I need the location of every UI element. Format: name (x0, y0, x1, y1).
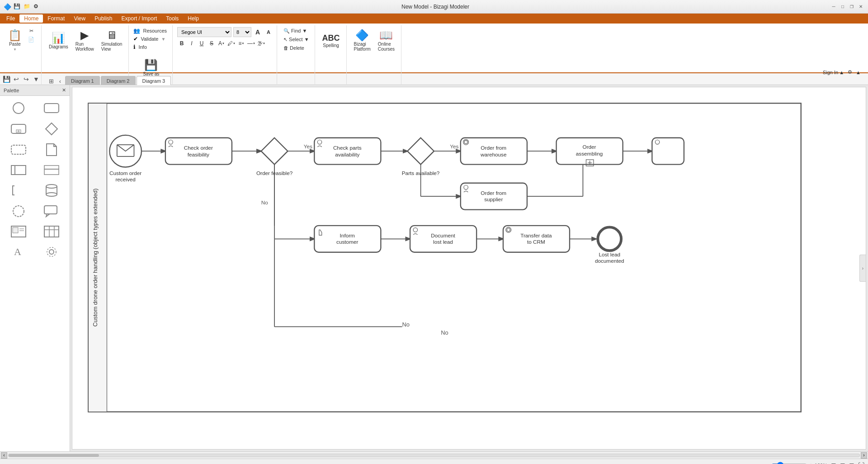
simulation-view-btn[interactable]: 🖥 SimulationView (99, 27, 125, 54)
zoom-out-btn[interactable]: − (765, 462, 769, 464)
restore-btn[interactable]: ❐ (848, 3, 855, 10)
status-right: − + 100% ⊡ ⊞ ⊠ ⛶ (765, 462, 864, 464)
palette-header: Palette ✕ (0, 85, 70, 96)
menu-publish[interactable]: Publish (90, 14, 117, 23)
online-courses-btn[interactable]: 📖 OnlineCourses (375, 27, 397, 54)
zoom-level: 100% (815, 463, 827, 464)
svg-rect-11 (44, 166, 59, 169)
menu-export-import[interactable]: Export / Import (117, 14, 162, 23)
reset-zoom-btn[interactable]: ⊠ (849, 462, 854, 464)
delete-btn[interactable]: 🗑 Delete (282, 44, 306, 52)
resources-btn[interactable]: Resources (141, 27, 169, 34)
select-btn[interactable]: ↖ Select ▼ (282, 36, 311, 43)
italic-btn[interactable]: I (187, 39, 196, 48)
toolbar-undo-btn[interactable]: ↩ (12, 75, 21, 84)
palette-close-btn[interactable]: ✕ (62, 87, 66, 93)
svg-text:customer: customer (336, 239, 358, 245)
scrollbar-track[interactable] (8, 454, 860, 457)
svg-text:supplier: supplier (484, 196, 503, 202)
zoom-control: − + 100% (765, 462, 827, 464)
run-workflow-btn[interactable]: ▶ RunWorkflow (73, 27, 97, 54)
palette-text[interactable]: A (4, 243, 33, 260)
bizagi-platform-btn[interactable]: 🔷 BizagiPlatform (351, 27, 373, 54)
underline-btn[interactable]: U (197, 39, 206, 48)
svg-point-29 (47, 247, 56, 256)
shadow-btn[interactable]: 🌫▼ (257, 39, 266, 48)
align-btn[interactable]: ≡▼ (237, 39, 246, 48)
svg-marker-6 (46, 123, 57, 135)
palette-start-event[interactable] (4, 99, 33, 117)
tab-grid-icon[interactable]: ⊞ (47, 77, 55, 85)
settings-icon[interactable]: ⚙ (33, 3, 41, 10)
fullscreen-btn[interactable]: ⛶ (858, 462, 864, 464)
palette-sub-process[interactable] (4, 120, 33, 137)
menu-view[interactable]: View (69, 14, 90, 23)
folder-icon[interactable]: 📁 (24, 3, 31, 10)
menu-format[interactable]: Format (43, 14, 69, 23)
palette-task[interactable] (37, 99, 66, 117)
tab-back-btn[interactable]: ‹ (56, 77, 64, 85)
zoom-slider[interactable] (771, 462, 807, 464)
font-grow-btn[interactable]: A (253, 28, 262, 37)
palette-cylinder[interactable] (37, 182, 66, 199)
palette-data-object[interactable] (37, 141, 66, 158)
fit-width-btn[interactable]: ⊞ (840, 462, 845, 464)
font-color-btn[interactable]: A▼ (217, 39, 226, 48)
info-btn[interactable]: Info (137, 43, 148, 51)
menu-tools[interactable]: Tools (161, 14, 183, 23)
right-panel-toggle[interactable]: › (859, 255, 866, 282)
validate-btn[interactable]: Validate (139, 35, 160, 43)
spelling-btn[interactable]: ABC Spelling (320, 27, 343, 54)
menu-file[interactable]: File (2, 14, 19, 23)
minimize-btn[interactable]: ─ (830, 3, 837, 10)
palette-title: Palette (4, 88, 19, 93)
svg-rect-23 (44, 226, 59, 237)
svg-text:received: received (115, 176, 135, 182)
tab-diagram1[interactable]: Diagram 1 (65, 76, 100, 85)
cut-btn[interactable]: ✂ (26, 27, 38, 35)
font-shrink-btn[interactable]: A (264, 28, 273, 37)
palette-annotation[interactable] (4, 182, 33, 199)
diagrams-btn[interactable]: 📊 Diagrams (46, 27, 71, 54)
paste-btn[interactable]: 📋 Paste ▼ (5, 27, 24, 54)
palette-pool[interactable] (4, 162, 33, 178)
palette-gear[interactable] (37, 243, 66, 260)
menu-help[interactable]: Help (183, 14, 203, 23)
palette-table[interactable] (37, 223, 66, 240)
svg-text:Yes: Yes (450, 143, 458, 149)
window-controls[interactable]: ─ □ ❐ ✕ (830, 3, 864, 10)
find-btn[interactable]: 🔍 Find ▼ (282, 27, 309, 35)
scrollbar-thumb[interactable] (9, 454, 99, 457)
strikethrough-btn[interactable]: S (207, 39, 216, 48)
toolbar-redo-btn[interactable]: ↪ (22, 75, 31, 84)
font-select[interactable]: Segoe UI (177, 27, 231, 37)
close-btn[interactable]: ✕ (857, 3, 864, 10)
svg-text:warehouse: warehouse (480, 152, 507, 157)
palette-thumbnail[interactable] (4, 223, 33, 240)
zoom-in-btn[interactable]: + (809, 462, 813, 464)
palette-intermediate-event[interactable] (4, 203, 33, 220)
tab-diagram2[interactable]: Diagram 2 (101, 76, 136, 85)
bold-btn[interactable]: B (177, 39, 186, 48)
scroll-right-btn[interactable]: › (861, 452, 867, 459)
bizagi-platform-label: BizagiPlatform (354, 42, 371, 52)
maximize-btn[interactable]: □ (839, 3, 846, 10)
copy-btn[interactable]: 📄 (26, 36, 38, 43)
line-style-btn[interactable]: —▼ (247, 39, 256, 48)
tab-diagram3[interactable]: Diagram 3 (137, 76, 171, 85)
palette-sub-process2[interactable] (4, 141, 33, 158)
highlight-btn[interactable]: 🖊▼ (227, 39, 236, 48)
save-icon[interactable]: 💾 (14, 3, 21, 10)
font-size-select[interactable]: 8 (233, 27, 251, 37)
fit-page-btn[interactable]: ⊡ (831, 462, 836, 464)
palette-callout[interactable] (37, 203, 66, 220)
palette-lane[interactable] (37, 162, 66, 178)
toolbar-more-btn[interactable]: ▼ (32, 75, 41, 84)
palette-gateway[interactable] (37, 120, 66, 137)
scrollbar-bottom[interactable]: ‹ › (0, 451, 868, 459)
diagram-canvas[interactable]: Custom drone order handling (object type… (72, 87, 866, 450)
scroll-left-btn[interactable]: ‹ (1, 452, 7, 459)
tab-bar: ⊞ ‹ Diagram 1 Diagram 2 Diagram 3 (45, 73, 866, 85)
toolbar-save-btn[interactable]: 💾 (2, 75, 11, 84)
menu-home[interactable]: Home (19, 14, 43, 23)
